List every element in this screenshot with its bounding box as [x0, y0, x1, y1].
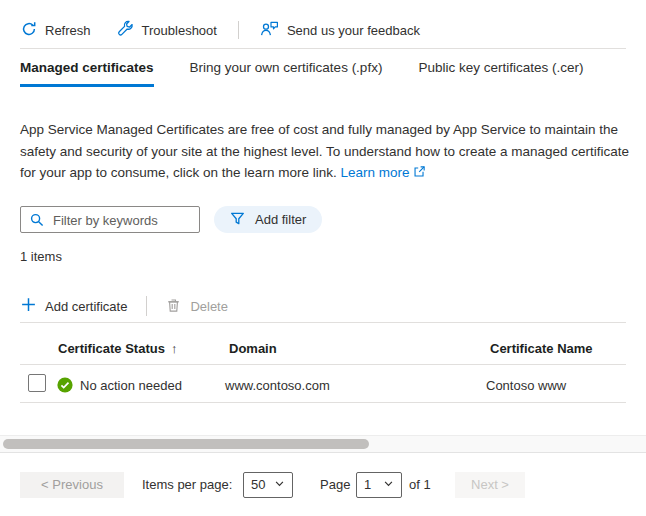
tab-public-key-certificates[interactable]: Public key certificates (.cer)	[418, 60, 583, 87]
plus-icon	[21, 297, 36, 315]
keyword-filter-box	[20, 206, 200, 233]
tab-managed-certificates[interactable]: Managed certificates	[20, 60, 154, 87]
add-certificate-label: Add certificate	[45, 299, 127, 314]
learn-more-link[interactable]: Learn more	[340, 165, 426, 180]
page-number-select[interactable]: 1	[356, 472, 402, 498]
previous-page-button[interactable]: < Previous	[20, 472, 124, 498]
managed-certificates-page: Refresh Troubleshoot Send us your feedba…	[0, 0, 646, 516]
page-count-label: of 1	[409, 472, 431, 498]
certificates-tab-bar: Managed certificates Bring your own cert…	[20, 60, 583, 87]
troubleshoot-label: Troubleshoot	[142, 23, 217, 38]
funnel-icon	[230, 211, 245, 229]
feedback-icon	[260, 20, 279, 40]
feedback-button[interactable]: Send us your feedback	[260, 20, 420, 40]
toolbar-divider	[238, 21, 239, 39]
table-header-divider	[20, 364, 626, 365]
cell-certificate-status: No action needed	[80, 378, 182, 393]
table-row-divider	[20, 402, 626, 403]
horizontal-scrollbar-thumb[interactable]	[3, 439, 369, 449]
delete-button[interactable]: Delete	[166, 297, 228, 316]
cell-certificate-name: Contoso www	[486, 378, 566, 393]
page-number-value: 1	[364, 472, 371, 498]
toolbar-bottom-divider	[20, 48, 626, 49]
refresh-icon	[21, 21, 37, 40]
external-link-icon	[413, 163, 426, 185]
refresh-button[interactable]: Refresh	[21, 21, 91, 40]
next-page-button[interactable]: Next >	[455, 472, 525, 498]
troubleshoot-button[interactable]: Troubleshoot	[117, 20, 217, 40]
items-per-page-value: 50	[251, 472, 265, 498]
items-count: 1 items	[20, 249, 62, 264]
table-command-bar: Add certificate Delete	[21, 294, 228, 318]
items-per-page-label: Items per page:	[142, 472, 232, 498]
add-filter-label: Add filter	[255, 212, 306, 227]
page-label: Page	[320, 472, 350, 498]
chevron-down-icon	[383, 472, 394, 498]
tab-bring-your-own-certificates[interactable]: Bring your own certificates (.pfx)	[190, 60, 383, 87]
feedback-label: Send us your feedback	[287, 23, 420, 38]
add-certificate-button[interactable]: Add certificate	[21, 297, 127, 315]
row-checkbox[interactable]	[28, 374, 46, 392]
refresh-label: Refresh	[45, 23, 91, 38]
wrench-icon	[117, 20, 134, 40]
delete-label: Delete	[190, 299, 228, 314]
command-toolbar: Refresh Troubleshoot Send us your feedba…	[21, 17, 420, 43]
items-per-page-select[interactable]: 50	[243, 472, 293, 498]
description-body: App Service Managed Certificates are fre…	[20, 122, 629, 180]
filter-keywords-input[interactable]	[51, 207, 199, 234]
sort-ascending-icon: ↑	[171, 341, 178, 356]
success-check-icon	[57, 377, 73, 393]
command-bar-divider	[146, 296, 147, 316]
command-bar-divider-line	[20, 322, 626, 323]
column-header-domain[interactable]: Domain	[229, 341, 277, 356]
search-icon	[29, 212, 45, 231]
description-text: App Service Managed Certificates are fre…	[20, 119, 630, 185]
chevron-down-icon	[274, 472, 285, 498]
cell-domain: www.contoso.com	[225, 378, 330, 393]
trash-icon	[166, 297, 181, 316]
horizontal-scrollbar[interactable]	[0, 435, 646, 453]
add-filter-button[interactable]: Add filter	[214, 206, 322, 233]
column-header-certificate-name[interactable]: Certificate Name	[490, 341, 593, 356]
column-header-certificate-status[interactable]: Certificate Status↑	[58, 341, 177, 356]
